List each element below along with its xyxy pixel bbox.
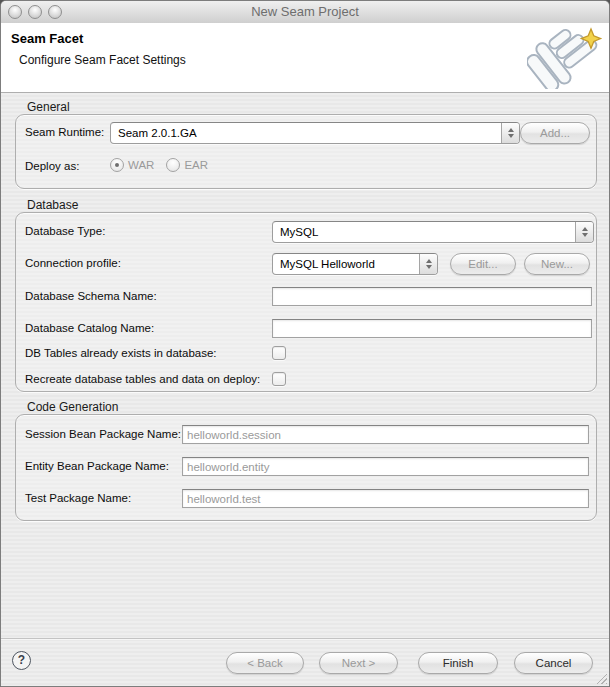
deploy-war-radio[interactable]: WAR: [110, 158, 154, 172]
codegen-group: Session Bean Package Name: Entity Bean P…: [15, 414, 597, 521]
catalog-name-label: Database Catalog Name:: [25, 322, 154, 334]
seam-runtime-combo[interactable]: Seam 2.0.1.GA: [110, 122, 520, 144]
radio-ear-icon[interactable]: [166, 158, 180, 172]
ear-label: EAR: [184, 159, 208, 171]
test-package-label: Test Package Name:: [25, 492, 131, 504]
combo-stepper-icon[interactable]: [501, 123, 519, 143]
tables-exist-checkbox[interactable]: [272, 346, 286, 360]
deploy-as-label: Deploy as:: [25, 160, 79, 172]
seam-runtime-value: Seam 2.0.1.GA: [111, 123, 501, 143]
add-button[interactable]: Add...: [520, 122, 590, 144]
general-group: Seam Runtime: Seam 2.0.1.GA Add... Deplo…: [15, 114, 597, 189]
new-button[interactable]: New...: [524, 253, 590, 275]
database-group-label: Database: [27, 198, 78, 212]
titlebar: New Seam Project: [1, 1, 609, 24]
combo-stepper-icon[interactable]: [575, 222, 593, 242]
seam-runtime-label: Seam Runtime:: [25, 126, 104, 138]
recreate-tables-checkbox[interactable]: [272, 372, 286, 386]
combo-stepper-icon[interactable]: [419, 254, 437, 274]
deploy-ear-radio[interactable]: EAR: [166, 158, 208, 172]
connection-profile-value: MySQL Helloworld: [273, 254, 419, 274]
database-type-value: MySQL: [273, 222, 575, 242]
help-button[interactable]: ?: [12, 651, 31, 670]
schema-name-input[interactable]: [272, 287, 592, 306]
edit-button[interactable]: Edit...: [450, 253, 516, 275]
footer-divider: [1, 638, 609, 639]
cancel-button[interactable]: Cancel: [514, 652, 593, 674]
window-title: New Seam Project: [1, 4, 609, 19]
finish-button[interactable]: Finish: [418, 652, 498, 674]
database-type-label: Database Type:: [25, 225, 105, 237]
session-bean-input[interactable]: [182, 425, 589, 444]
database-type-combo[interactable]: MySQL: [272, 221, 594, 243]
connection-profile-combo[interactable]: MySQL Helloworld: [272, 253, 438, 275]
seam-stack-icon: [527, 25, 605, 93]
schema-name-label: Database Schema Name:: [25, 290, 157, 302]
connection-profile-label: Connection profile:: [25, 257, 121, 269]
radio-war-icon[interactable]: [110, 158, 124, 172]
recreate-tables-label: Recreate database tables and data on dep…: [25, 373, 260, 385]
entity-bean-label: Entity Bean Package Name:: [25, 460, 169, 472]
page-subtitle: Configure Seam Facet Settings: [19, 53, 186, 67]
test-package-input[interactable]: [182, 489, 589, 508]
database-group: Database Type: MySQL Connection profile:…: [15, 212, 597, 392]
session-bean-label: Session Bean Package Name:: [25, 428, 181, 440]
codegen-group-label: Code Generation: [27, 400, 118, 414]
wizard-header: Seam Facet Configure Seam Facet Settings: [1, 23, 609, 93]
next-button[interactable]: Next >: [319, 652, 398, 674]
catalog-name-input[interactable]: [272, 319, 592, 338]
tables-exist-label: DB Tables already exists in database:: [25, 347, 217, 359]
back-button[interactable]: < Back: [226, 652, 304, 674]
entity-bean-input[interactable]: [182, 457, 589, 476]
general-group-label: General: [27, 100, 70, 114]
wizard-window: New Seam Project Seam Facet Configure Se…: [0, 0, 610, 687]
war-label: WAR: [128, 159, 154, 171]
resize-grip[interactable]: [594, 671, 607, 684]
page-title: Seam Facet: [11, 31, 83, 46]
